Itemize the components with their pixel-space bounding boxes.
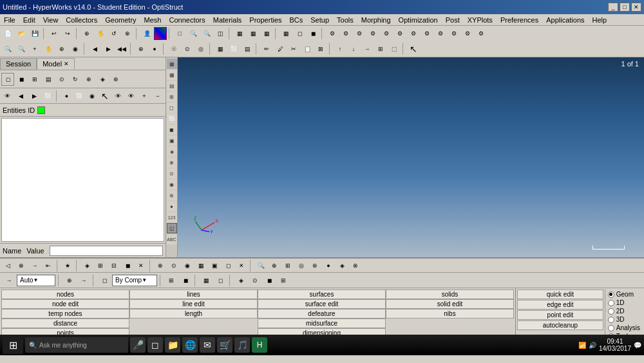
btb-4[interactable]: ⇤ [42,259,55,272]
panel-tb2-2[interactable]: ◀ [14,90,27,103]
panel-tb-7[interactable]: ⊕ [82,73,95,86]
side-btn-11[interactable]: ⊙ [167,168,177,179]
mail-icon[interactable]: ✉ [200,337,215,353]
tb2-6[interactable]: ◉ [69,43,82,55]
btb2-11[interactable]: ⊞ [277,274,290,287]
btb2-9[interactable]: ⊙ [249,274,261,287]
btb-20[interactable]: ⊞ [281,259,294,272]
bycomp-dropdown[interactable]: By Comp ▼ [112,275,157,286]
store-icon[interactable]: 🛒 [217,337,232,353]
tb2-9[interactable]: ◀◀ [115,43,128,55]
btb2-1[interactable]: ⊕ [63,274,76,287]
btb-16[interactable]: ◻ [222,259,234,272]
btb-15[interactable]: ▣ [208,259,221,272]
radio-3d[interactable]: 3D [608,316,640,323]
tb-solid-mode[interactable]: ◼ [307,27,319,40]
panel-tb2-5[interactable]: ● [61,90,73,103]
side-btn-5[interactable]: ◻ [167,103,177,113]
btb2-6[interactable]: ▦ [200,274,213,287]
tb-top[interactable]: ▦ [260,27,273,40]
tb-select[interactable]: ⊕ [80,27,93,40]
side-btn-17[interactable]: ABC [167,234,177,244]
btb2-2[interactable]: → [77,274,90,287]
tb-extra2[interactable]: ⚙ [339,27,352,40]
panel-tb-3[interactable]: ⊞ [28,73,41,86]
panel-tb-1[interactable]: ◻ [1,73,14,86]
tb-zoomout[interactable]: 🔍 [200,27,213,40]
tb-color[interactable] [154,27,167,40]
btb-25[interactable]: ⊗ [349,259,362,272]
menu-geometry[interactable]: Geometry [101,15,140,25]
tb-open[interactable]: 📂 [15,27,28,40]
auto-dropdown[interactable]: Auto ▼ [17,275,55,286]
side-btn-15[interactable]: 123 [167,212,177,222]
tb-fit[interactable]: □ [173,27,186,40]
btb-19[interactable]: ⊕ [268,259,281,272]
btb-12[interactable]: ⊙ [167,259,180,272]
tb2-5[interactable]: ⊕ [55,43,68,55]
btb-18[interactable]: 🔍 [254,259,267,272]
panel-tb2-4[interactable]: ⬜ [41,90,54,103]
btb-2[interactable]: ⊕ [15,259,28,272]
btb-1[interactable]: ◁ [1,259,14,272]
tb-front[interactable]: ▦ [233,27,246,40]
panel-tb2-10[interactable]: + [138,90,151,103]
tb2-24[interactable]: ↓ [347,43,360,55]
func-autocleanup[interactable]: autocleanup [517,320,603,330]
tb2-16[interactable]: ⬜ [227,43,240,55]
btb-7[interactable]: ⊞ [94,259,107,272]
side-btn-12[interactable]: ◉ [167,179,177,190]
func-nibs[interactable]: nibs [386,309,514,319]
tb2-17[interactable]: ▤ [241,43,254,55]
btb2-10[interactable]: ◼ [263,274,276,287]
panel-tb2-6[interactable]: ⬜ [73,90,86,103]
tb-redo[interactable]: ↪ [61,27,74,40]
tb2-19[interactable]: 🖊 [274,43,287,55]
func-point-edit[interactable]: point edit [517,310,603,320]
func-edge-edit[interactable]: edge edit [517,300,603,309]
menu-bcs[interactable]: BCs [286,15,307,25]
tab-close-icon[interactable]: ✕ [64,61,69,67]
tb2-26[interactable]: ⊞ [374,43,387,55]
windows-start-icon[interactable]: ⊞ [3,336,23,354]
app-icon-1[interactable]: H [252,337,267,353]
btb-8[interactable]: ⊟ [108,259,120,272]
tb-save[interactable]: 💾 [28,27,41,40]
func-length[interactable]: length [129,309,258,319]
panel-tb-2[interactable]: ◼ [15,73,28,86]
tb2-18[interactable]: ✏ [260,43,273,55]
menu-xyplots[interactable]: XYPlots [464,15,497,25]
btb-24[interactable]: ◈ [336,259,348,272]
side-btn-4[interactable]: ⊞ [167,92,177,102]
menu-morphing[interactable]: Morphing [357,15,395,25]
btb-17[interactable]: ✕ [235,259,248,272]
func-node-edit[interactable]: node edit [1,299,129,309]
tb-zoom[interactable]: ⊕ [121,27,134,40]
tb-extra1[interactable]: ⚙ [326,27,339,40]
func-quick-edit[interactable]: quick edit [517,289,603,299]
tb2-10[interactable]: ⊕ [135,43,147,55]
maximize-button[interactable]: □ [620,3,630,12]
tb-zoomin[interactable]: 🔍 [187,27,200,40]
tb2-25[interactable]: → [361,43,374,55]
groove-music-icon[interactable]: 🎵 [234,337,250,353]
func-defeature[interactable]: defeature [258,309,386,319]
side-btn-9[interactable]: ◈ [167,146,177,157]
side-btn-1[interactable]: ▦ [167,59,177,69]
btb-13[interactable]: ◉ [181,259,194,272]
menu-edit[interactable]: Edit [19,15,39,25]
tb2-11[interactable]: ● [148,43,161,55]
tb-pan[interactable]: ✋ [94,27,107,40]
tb-user[interactable]: 👤 [140,27,153,40]
side-btn-3[interactable]: ▤ [167,81,177,91]
value-input[interactable] [50,246,163,256]
tab-session[interactable]: Session [0,58,37,70]
tb2-13[interactable]: ⊙ [181,43,194,55]
side-btn-14[interactable]: ● [167,201,177,211]
menu-preferences[interactable]: Preferences [497,15,542,25]
minimize-button[interactable]: _ [608,3,618,12]
btb-9[interactable]: ◼ [121,259,134,272]
tb2-27[interactable]: ⬚ [388,43,401,55]
tb-mesh[interactable]: ▦ [279,27,292,40]
func-lines[interactable]: lines [129,289,258,299]
